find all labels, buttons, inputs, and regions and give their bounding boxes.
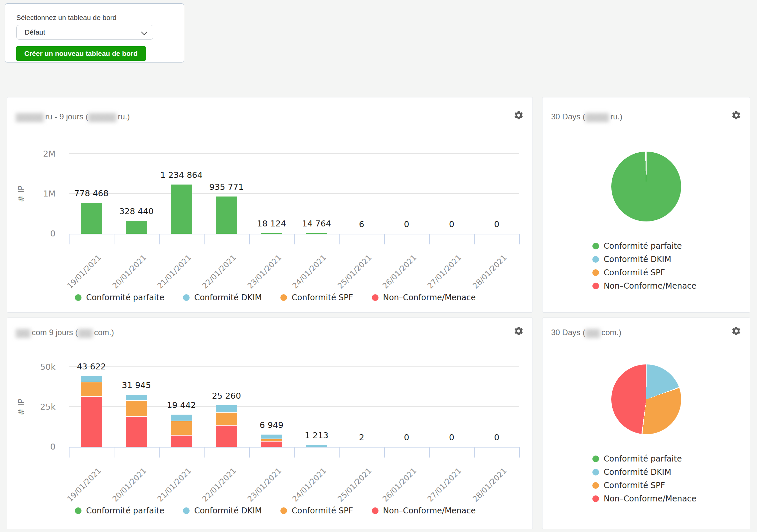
- legend-label: Conformité DKIM: [604, 255, 671, 264]
- axis-tick: [339, 447, 340, 458]
- create-dashboard-button[interactable]: Créer un nouveau tableau de bord: [16, 46, 146, 61]
- stacked-bar: [81, 203, 102, 234]
- bar-value-label: 935 771: [209, 182, 243, 192]
- legend-dot-icon: [280, 294, 287, 301]
- legend-label: Conformité DKIM: [194, 506, 262, 515]
- bar-plot-area: 43 62219/01/202131 94520/01/202119 44221…: [69, 367, 519, 447]
- x-axis-label: 26/01/2021: [381, 253, 418, 290]
- bar-slot: 026/01/2021: [384, 154, 429, 234]
- legend-dot-icon: [75, 294, 81, 301]
- legend-item-non_conforme[interactable]: Non–Conforme/Menace: [372, 506, 476, 515]
- y-axis-title: # IP: [17, 399, 26, 415]
- axis-tick: [519, 234, 520, 244]
- axis-tick: [474, 447, 475, 458]
- bar-segment-non_conforme: [126, 417, 147, 447]
- chart-legend: Conformité parfaiteConformité DKIMConfor…: [75, 293, 476, 302]
- legend-dot-icon: [592, 495, 599, 502]
- legend-dot-icon: [280, 507, 287, 514]
- bar-value-label: 6: [359, 219, 364, 229]
- legend-item-spf[interactable]: Conformité SPF: [592, 481, 696, 490]
- legend-label: Non–Conforme/Menace: [383, 506, 476, 515]
- axis-tick: [384, 447, 385, 458]
- settings-gear-icon[interactable]: [731, 326, 741, 337]
- stacked-bar: [216, 405, 237, 447]
- legend-dot-icon: [372, 294, 378, 301]
- legend-dot-icon: [592, 256, 599, 263]
- y-axis-tick-label: 2M: [16, 149, 56, 159]
- legend-item-parfaite[interactable]: Conformité parfaite: [75, 293, 164, 302]
- bar-slot: 1 234 86421/01/2021: [159, 154, 204, 234]
- redacted-domain-text: ▓▓▓: [16, 328, 29, 337]
- axis-tick: [429, 234, 430, 244]
- x-axis-label: 22/01/2021: [201, 466, 238, 503]
- x-axis-label: 19/01/2021: [66, 253, 103, 290]
- bar-slot: 027/01/2021: [429, 154, 474, 234]
- bar-slot: 778 46819/01/2021: [69, 154, 114, 234]
- bar-value-label: 14 764: [302, 219, 331, 228]
- bar-slot: 625/01/2021: [339, 154, 384, 234]
- legend-dot-icon: [183, 507, 190, 514]
- dashboard-select[interactable]: Défaut: [16, 25, 153, 40]
- bar-value-label: 328 440: [119, 206, 153, 216]
- chevron-down-icon: [141, 29, 147, 35]
- stacked-bar: [306, 233, 327, 234]
- panel-title-text: 30 Days (: [551, 112, 585, 121]
- axis-tick: [294, 234, 295, 244]
- legend-item-non_conforme[interactable]: Non–Conforme/Menace: [592, 281, 696, 291]
- x-axis-label: 28/01/2021: [471, 253, 508, 290]
- legend-item-parfaite[interactable]: Conformité parfaite: [592, 454, 696, 464]
- bar-value-label: 1 213: [305, 431, 329, 440]
- bar-slot: 6 94923/01/2021: [249, 367, 294, 447]
- x-axis-label: 19/01/2021: [66, 466, 103, 503]
- bar-value-label: 0: [494, 219, 499, 229]
- bar-segment-parfaite: [261, 233, 282, 234]
- axis-tick: [159, 447, 160, 458]
- legend-item-non_conforme[interactable]: Non–Conforme/Menace: [372, 293, 476, 302]
- legend-item-parfaite[interactable]: Conformité parfaite: [592, 241, 696, 251]
- settings-gear-icon[interactable]: [514, 110, 524, 122]
- legend-item-spf[interactable]: Conformité SPF: [280, 293, 353, 302]
- settings-gear-icon[interactable]: [514, 326, 524, 337]
- bar-slot: 026/01/2021: [384, 367, 429, 447]
- bar-segment-parfaite: [126, 221, 147, 234]
- legend-label: Non–Conforme/Menace: [604, 281, 696, 291]
- bar-segment-dkim: [171, 415, 192, 421]
- legend-item-dkim[interactable]: Conformité DKIM: [183, 506, 262, 515]
- stacked-bar: [81, 376, 102, 447]
- legend-item-dkim[interactable]: Conformité DKIM: [183, 293, 262, 302]
- legend-item-spf[interactable]: Conformité SPF: [280, 506, 353, 515]
- dashboard-selector-card: Sélectionnez un tableau de bord Défaut C…: [5, 3, 184, 63]
- axis-tick: [69, 447, 70, 458]
- x-axis-label: 23/01/2021: [246, 466, 283, 503]
- bar-value-label: 31 945: [122, 380, 151, 390]
- legend-item-dkim[interactable]: Conformité DKIM: [592, 467, 696, 477]
- legend-label: Conformité DKIM: [604, 467, 671, 477]
- x-axis-label: 21/01/2021: [156, 253, 193, 290]
- axis-tick: [519, 447, 520, 458]
- bar-segment-dkim: [306, 445, 327, 447]
- legend-label: Non–Conforme/Menace: [604, 494, 696, 503]
- legend-item-non_conforme[interactable]: Non–Conforme/Menace: [592, 494, 696, 503]
- bar-slot: 027/01/2021: [429, 367, 474, 447]
- x-axis-label: 28/01/2021: [471, 466, 508, 503]
- legend-item-spf[interactable]: Conformité SPF: [592, 268, 696, 277]
- bar-value-label: 19 442: [167, 400, 196, 410]
- bar-slot: 18 12423/01/2021: [249, 154, 294, 234]
- legend-dot-icon: [592, 482, 599, 489]
- axis-tick: [114, 447, 114, 458]
- bar-chart-panel-com: ▓▓▓com 9 jours (▓▓▓com.) 025k50k# IP43 6…: [7, 318, 533, 529]
- dashboard-select-value: Défaut: [25, 28, 45, 36]
- x-axis-label: 24/01/2021: [291, 466, 328, 503]
- bar-slot: 31 94520/01/2021: [114, 367, 159, 447]
- bar-value-label: 0: [404, 219, 409, 229]
- x-axis-label: 27/01/2021: [426, 253, 463, 290]
- settings-gear-icon[interactable]: [731, 110, 741, 122]
- stacked-bar: [126, 395, 147, 447]
- legend-item-parfaite[interactable]: Conformité parfaite: [75, 506, 164, 515]
- legend-item-dkim[interactable]: Conformité DKIM: [592, 255, 696, 264]
- bar-slot: 935 77122/01/2021: [204, 154, 249, 234]
- bar-value-label: 0: [494, 433, 499, 442]
- legend-dot-icon: [592, 456, 599, 462]
- legend-label: Conformité SPF: [292, 506, 353, 515]
- legend-label: Conformité SPF: [604, 268, 665, 277]
